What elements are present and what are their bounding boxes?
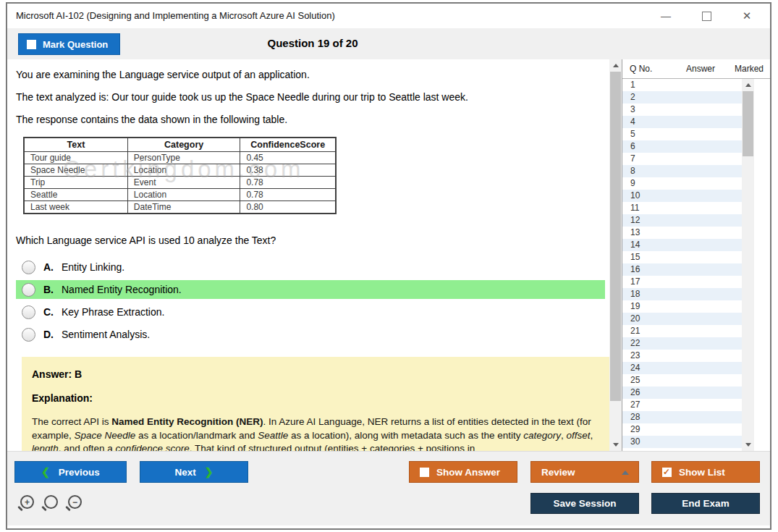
question-list-row[interactable]: 10	[622, 190, 742, 202]
question-list-row[interactable]: 28	[622, 411, 742, 423]
close-icon: ✕	[743, 9, 752, 22]
explanation-text: The correct API is Named Entity Recognit…	[32, 415, 601, 451]
explanation-label: Explanation:	[32, 392, 601, 404]
option-c[interactable]: C. Key Phrase Extraction.	[16, 303, 605, 321]
question-list-row[interactable]: 12	[622, 214, 742, 227]
option-letter: C.	[43, 306, 54, 318]
option-letter: D.	[43, 329, 54, 340]
check-icon: ✓	[663, 467, 670, 477]
radio-button[interactable]	[22, 328, 35, 342]
question-list-row[interactable]: 1	[622, 79, 742, 91]
arrow-up-icon	[745, 83, 751, 87]
question-list-row[interactable]: 30	[622, 436, 742, 448]
footer: ❮ Previous Next ❯ Show Answer Review ✓ S…	[7, 451, 770, 525]
scroll-up-button[interactable]	[609, 59, 622, 72]
table-header-text: Text	[24, 138, 127, 152]
entity-table: Text Category ConfidenceScore Tour guide…	[23, 137, 337, 214]
table-row: Last week DateTime 0.80	[24, 201, 336, 214]
question-list-row[interactable]: 14	[622, 239, 742, 251]
question-paragraph: The text analyzed is: Our tour guide too…	[16, 90, 609, 104]
question-list-row[interactable]: 19	[622, 300, 742, 313]
show-answer-button[interactable]: Show Answer	[409, 461, 517, 483]
question-list-row[interactable]: 16	[622, 263, 742, 276]
question-list-scrollbar[interactable]	[742, 79, 754, 451]
question-list-row[interactable]: 24	[622, 362, 742, 374]
radio-button[interactable]	[22, 261, 35, 274]
question-list-row[interactable]: 15	[622, 251, 742, 263]
scrollbar-thumb[interactable]	[610, 72, 621, 401]
question-list-row[interactable]: 23	[622, 350, 742, 362]
question-list-row[interactable]: 18	[622, 288, 742, 300]
radio-button[interactable]	[22, 305, 35, 319]
column-header-qno: Q No.	[622, 64, 673, 74]
zoom-in-icon[interactable]: +	[20, 495, 34, 509]
zoom-tail	[41, 506, 47, 512]
table-header-confidence: ConfidenceScore	[240, 138, 336, 152]
table-row: Tour guide PersonType 0.45	[24, 152, 336, 164]
scroll-up-button[interactable]	[742, 79, 754, 91]
option-letter: A.	[43, 261, 54, 273]
question-list-row[interactable]: 3	[622, 104, 742, 116]
question-list-row[interactable]: 5	[622, 128, 742, 140]
question-list-row[interactable]: 17	[622, 276, 742, 288]
content-scrollbar[interactable]	[609, 59, 622, 451]
question-content: You are examining the Language service o…	[7, 59, 609, 451]
question-list-row[interactable]: 29	[622, 423, 742, 436]
end-exam-button[interactable]: End Exam	[651, 493, 760, 514]
table-row: Seattle Location 0.78	[24, 189, 336, 201]
maximize-button[interactable]	[686, 4, 727, 28]
title-bar: Microsoft AI-102 (Designing and Implemen…	[7, 4, 770, 28]
window-title: Microsoft AI-102 (Designing and Implemen…	[16, 10, 335, 21]
question-list-row[interactable]: 22	[622, 337, 742, 350]
minimize-button[interactable]: —	[646, 4, 686, 28]
question-list-row[interactable]: 2	[622, 91, 742, 104]
question-list-row[interactable]: 6	[622, 140, 742, 153]
review-button[interactable]: Review	[530, 461, 639, 483]
question-list-row[interactable]: 9	[622, 177, 742, 190]
window-controls: — ✕	[646, 4, 767, 28]
save-session-button[interactable]: Save Session	[530, 493, 639, 514]
table-row: Trip Event 0.78	[24, 177, 336, 189]
close-button[interactable]: ✕	[727, 4, 767, 28]
question-list-row[interactable]: 20	[622, 313, 742, 325]
column-header-answer: Answer	[673, 64, 728, 74]
next-button[interactable]: Next ❯	[140, 461, 248, 483]
question-list-row[interactable]: 13	[622, 227, 742, 239]
show-list-button[interactable]: ✓ Show List	[651, 461, 760, 483]
chevron-right-icon: ❯	[205, 466, 213, 478]
maximize-icon	[702, 12, 711, 21]
question-paragraph: The response contains the data shown in …	[16, 113, 609, 126]
zoom-out-icon[interactable]: −	[68, 495, 82, 509]
save-session-label: Save Session	[553, 498, 616, 509]
option-letter: B.	[43, 284, 54, 295]
question-list-row[interactable]: 27	[622, 399, 742, 411]
option-a[interactable]: A. Entity Linking.	[16, 258, 605, 276]
question-list-row[interactable]: 7	[622, 153, 742, 165]
radio-button[interactable]	[22, 283, 35, 297]
app-window: Microsoft AI-102 (Designing and Implemen…	[6, 2, 771, 530]
option-text: Named Entity Recognition.	[62, 284, 182, 295]
question-list-row[interactable]: 4	[622, 116, 742, 128]
scroll-down-button[interactable]	[609, 439, 622, 451]
previous-button[interactable]: ❮ Previous	[14, 461, 127, 483]
previous-label: Previous	[59, 467, 100, 478]
triangle-up-icon	[622, 470, 629, 475]
question-list-row[interactable]: 8	[622, 165, 742, 177]
show-list-checkbox: ✓	[662, 468, 672, 477]
answer-options: A. Entity Linking. B. Named Entity Recog…	[16, 258, 609, 344]
question-list-row[interactable]: 21	[622, 325, 742, 337]
main-area: You are examining the Language service o…	[7, 59, 770, 451]
option-text: Entity Linking.	[62, 261, 124, 273]
column-header-marked: Marked	[728, 64, 770, 74]
zoom-reset-icon[interactable]	[44, 495, 58, 509]
scroll-down-button[interactable]	[742, 439, 754, 451]
question-list-row[interactable]: 25	[622, 374, 742, 387]
option-text: Sentiment Analysis.	[62, 329, 150, 340]
minimize-icon: —	[661, 11, 671, 21]
review-label: Review	[541, 467, 575, 478]
option-b[interactable]: B. Named Entity Recognition.	[16, 280, 605, 299]
question-list-row[interactable]: 11	[622, 202, 742, 214]
scrollbar-thumb[interactable]	[743, 91, 753, 156]
question-list-row[interactable]: 26	[622, 387, 742, 399]
option-d[interactable]: D. Sentiment Analysis.	[16, 325, 605, 344]
